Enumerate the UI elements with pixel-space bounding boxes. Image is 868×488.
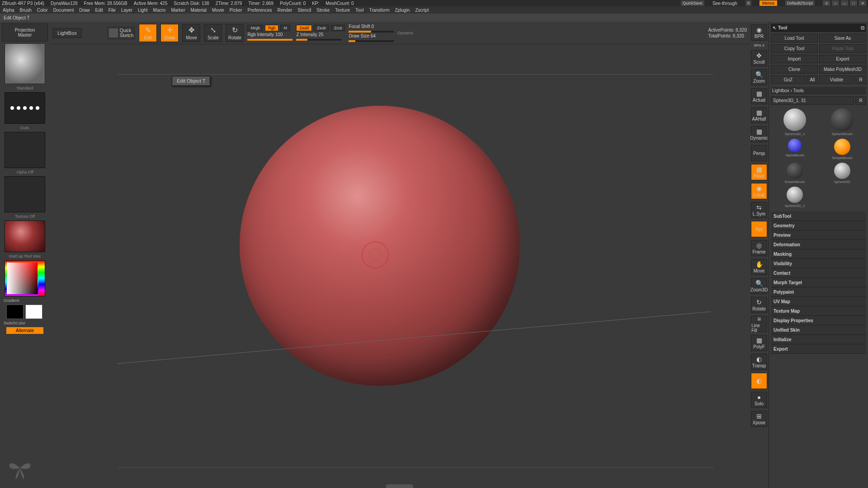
tool-item[interactable]: SphereBrush (820, 108, 865, 136)
quicksave-button[interactable]: QuickSave (681, 0, 704, 6)
tool-item[interactable]: AlphaBrush (773, 139, 817, 160)
unifiedskin-section[interactable]: Unified Skin (771, 325, 866, 335)
morphtarget-section[interactable]: Morph Target (771, 278, 866, 287)
lightbox-button[interactable]: LightBox (52, 28, 82, 38)
tool-item[interactable]: Sphere3D_1 (773, 187, 817, 208)
menu-color[interactable]: Color (37, 8, 48, 13)
menu-render[interactable]: Render (278, 8, 292, 13)
menu-marker[interactable]: Marker (171, 8, 185, 13)
bpr-button[interactable]: ◉BPR (751, 24, 767, 41)
menu-movie[interactable]: Movie (212, 8, 224, 13)
export-section[interactable]: Export (771, 344, 866, 354)
copy-tool-button[interactable]: Copy Tool (771, 44, 818, 53)
texture-thumbnail[interactable] (5, 176, 45, 212)
minimize-icon[interactable]: — (841, 0, 848, 6)
close-icon[interactable]: ✕ (859, 0, 866, 6)
menu-picker[interactable]: Picker (230, 8, 242, 13)
aahalf-button[interactable]: ▦AAHalf (751, 107, 767, 123)
xpose-button[interactable]: ⊞Xpose (751, 411, 767, 427)
scroll-button[interactable]: ✥Scroll (751, 50, 767, 66)
menu-stencil[interactable]: Stencil (297, 8, 311, 13)
gradient-label[interactable]: Gradient (2, 298, 48, 303)
uvmap-section[interactable]: UV Map (771, 297, 866, 306)
z-intensity-label[interactable]: Z Intensity 25 (296, 32, 345, 37)
menu-preferences[interactable]: Preferences (248, 8, 272, 13)
subtool-section[interactable]: SubTool (771, 211, 866, 221)
rgb-intensity-slider[interactable] (247, 39, 292, 41)
zoom-button[interactable]: 🔍Zoom (751, 69, 767, 85)
mrgb-button[interactable]: Mrgb (247, 25, 263, 31)
rgb-button[interactable]: Rgb (265, 25, 279, 31)
menu-zplugin[interactable]: Zplugin (395, 8, 410, 13)
tool-item[interactable]: EraserBrush (773, 163, 817, 184)
menu-layer[interactable]: Layer (121, 8, 132, 13)
contact-section[interactable]: Contact (771, 268, 866, 278)
menu-tool[interactable]: Tool (355, 8, 363, 13)
deformation-section[interactable]: Deformation (771, 240, 866, 249)
actual-button[interactable]: ▦Actual (751, 88, 767, 104)
menu-document[interactable]: Document (53, 8, 74, 13)
quick-sketch-button[interactable]: Quick Sketch (107, 26, 136, 40)
current-tool[interactable]: Sphere3D_1. 31 (771, 96, 854, 105)
export-button[interactable]: Export (819, 55, 866, 63)
make-polymesh-button[interactable]: Make PolyMesh3D (819, 65, 866, 74)
menu-stroke[interactable]: Stroke (316, 8, 330, 13)
persp-button[interactable]: Persp (751, 145, 767, 161)
frame-button[interactable]: ◎Frame (751, 240, 767, 256)
brush-thumbnail[interactable] (5, 43, 45, 84)
menu-zscript[interactable]: Zscript (415, 8, 429, 13)
geometry-section[interactable]: Geometry (771, 221, 866, 230)
menu-macro[interactable]: Macro (153, 8, 166, 13)
menu-file[interactable]: File (108, 8, 116, 13)
spix-label[interactable]: SPix 3 (754, 43, 764, 47)
stroke-thumbnail[interactable] (5, 92, 45, 124)
alpha-thumbnail[interactable] (5, 132, 45, 168)
scale-button[interactable]: ⤡Scale (204, 24, 222, 42)
seethrough-value[interactable]: 0 (745, 0, 751, 6)
draw-size-label[interactable]: Draw Size 64 (349, 33, 394, 38)
switchcolor-button[interactable]: SwitchColor (2, 321, 48, 325)
zoom3d-button[interactable]: 🔍Zoom3D (751, 278, 767, 294)
solo-button[interactable]: ●Solo (751, 392, 767, 408)
menus-button[interactable]: Menus (760, 0, 777, 6)
m-button[interactable]: M (280, 25, 290, 31)
menu-edit[interactable]: Edit (95, 8, 103, 13)
z-intensity-slider[interactable] (296, 39, 341, 41)
menu-draw[interactable]: Draw (79, 8, 90, 13)
draw-button[interactable]: ✛Draw (160, 24, 179, 42)
zsub-button[interactable]: Zsub (314, 25, 329, 31)
displayprops-section[interactable]: Display Properties (771, 316, 866, 325)
home-icon[interactable]: ⌂ (832, 0, 839, 6)
tool-header[interactable]: ↖ Tool ⊡ (771, 23, 866, 32)
alternate-button[interactable]: Alternate (6, 327, 43, 334)
edit-button[interactable]: ✎Edit (139, 24, 157, 42)
visibility-section[interactable]: Visibility (771, 259, 866, 268)
texturemap-section[interactable]: Texture Map (771, 306, 866, 316)
ghost-button[interactable]: ◐ (751, 373, 767, 389)
tool-r-button[interactable]: R (855, 96, 866, 105)
zadd-button[interactable]: Zadd (296, 25, 312, 31)
projection-master-button[interactable]: Projection Master (2, 23, 48, 42)
polypaint-section[interactable]: Polypaint (771, 287, 866, 297)
menu-material[interactable]: Material (191, 8, 207, 13)
goz-all-button[interactable]: All (807, 75, 818, 84)
menu-light[interactable]: Light (138, 8, 148, 13)
rotate-button[interactable]: ↻Rotate (226, 24, 244, 42)
move-button[interactable]: ✥Move (182, 24, 200, 42)
preview-section[interactable]: Preview (771, 230, 866, 240)
goz-visible-button[interactable]: Visible (819, 75, 854, 84)
transp-button[interactable]: ◐Transp (751, 354, 767, 370)
masking-section[interactable]: Masking (771, 249, 866, 259)
initialize-section[interactable]: Initialize (771, 335, 866, 344)
menu-alpha[interactable]: Alpha (3, 8, 14, 13)
rotate3d-button[interactable]: ↻Rotate (751, 297, 767, 313)
lsym-button[interactable]: ⇆L.Sym (751, 202, 767, 218)
import-button[interactable]: Import (771, 55, 818, 63)
linefill-button[interactable]: ≡Line Fill (751, 316, 767, 332)
local-button[interactable]: ◉Local (751, 183, 767, 199)
lightbox-tools-button[interactable]: Lightbox › Tools (771, 87, 866, 94)
default-script[interactable]: DefaultZScript (785, 0, 815, 6)
menu-brush[interactable]: Brush (20, 8, 32, 13)
swatch-white[interactable] (25, 305, 42, 319)
xyz-button[interactable]: Xyz (751, 221, 767, 237)
